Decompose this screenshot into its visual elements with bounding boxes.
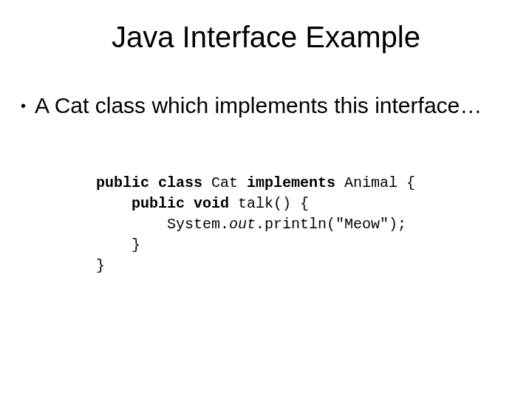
slide-title: Java Interface Example [0, 0, 532, 91]
bullet-list: • A Cat class which implements this inte… [0, 91, 532, 120]
bullet-item: • A Cat class which implements this inte… [21, 91, 502, 120]
bullet-text: A Cat class which implements this interf… [35, 91, 482, 120]
code-indent [96, 195, 132, 212]
code-text: talk() { [229, 195, 309, 212]
code-keyword: class [158, 174, 202, 191]
code-block: public class Cat implements Animal { pub… [0, 120, 532, 276]
code-keyword: void [194, 195, 229, 212]
code-text: .println("Meow"); [256, 216, 406, 233]
code-text: Cat [202, 174, 247, 191]
code-keyword: implements [247, 174, 335, 191]
code-text: Animal { [335, 174, 415, 191]
code-text: } [96, 257, 105, 274]
code-italic: out [229, 216, 256, 233]
code-indent [96, 216, 167, 233]
code-keyword: public [132, 195, 185, 212]
bullet-marker: • [21, 91, 26, 115]
code-text: } [96, 236, 140, 253]
code-text: System. [167, 216, 229, 233]
code-keyword: public [96, 174, 149, 191]
